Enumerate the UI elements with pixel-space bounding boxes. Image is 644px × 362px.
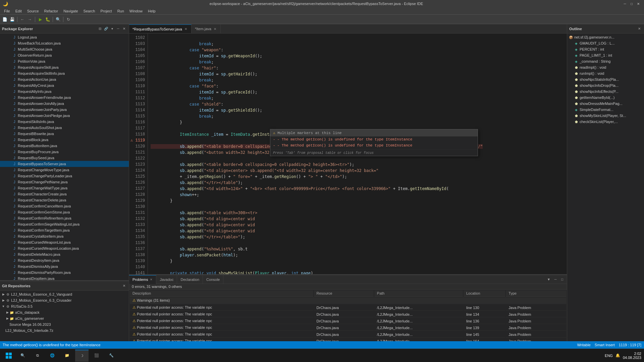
app5-button[interactable]: 🔧 (105, 350, 118, 362)
tree-item-dismissparty[interactable]: J RequestDismissPartyRoom.java (0, 269, 129, 276)
outline-item-shownpcstats[interactable]: ⬟ showNpcStatsInfo(Pla... (567, 76, 644, 82)
outline-item-runimpl[interactable]: ⬟ runImpl() : void (567, 70, 644, 76)
git-item-datapack[interactable]: ▶ 📁 aCis_datapack (0, 309, 129, 315)
code-editor[interactable]: 1102 1103 1104 1105 1106 1107 1108 1109 … (129, 34, 567, 274)
tree-item-refineritem[interactable]: J RequestConfirmRefinerItem.java (0, 215, 129, 221)
tree-item-multisell[interactable]: J MultiSellChoose.java (0, 46, 129, 52)
git-item-l2j-archive[interactable]: L2J_Mobius_C6_Interlude.7z (0, 327, 129, 334)
outline-item-readimpl[interactable]: ⬟ readImpl() : void (567, 64, 644, 70)
maximize-bottom-button[interactable]: □ (559, 277, 565, 282)
problem-row-4[interactable]: ⚠ Potential null pointer access: The var… (130, 325, 566, 331)
chrome-button[interactable]: 🌐 (46, 350, 59, 362)
menu-project[interactable]: Project (98, 8, 114, 14)
tree-item-targetitem[interactable]: J RequestConfirmTargetItem.java (0, 227, 129, 233)
eclipse-button[interactable]: ☽ (75, 350, 89, 362)
explorer-button[interactable]: 📁 (60, 350, 74, 362)
tree-item-actionuse[interactable]: J RequestActionUse.java (0, 76, 129, 82)
tree-item-answerparty[interactable]: J RequestAnswerJoinParty.java (0, 107, 129, 113)
menu-help[interactable]: Help (145, 8, 158, 14)
tree-item-answerpledge[interactable]: J RequestAnswerJoinPledge.java (0, 113, 129, 119)
tree-item-deletemacro[interactable]: J RequestDeleteMacro.java (0, 251, 129, 257)
git-item-mobius62[interactable]: ▶ ⚙ L2J_Mobius_Essence_6.2_Vanguard (0, 291, 129, 297)
tree-item-logout[interactable]: J Logout.java (0, 34, 129, 40)
new-button[interactable]: 📄 (1, 16, 8, 23)
tree-item-changemove[interactable]: J RequestChangeMoveType.java (0, 167, 129, 173)
close-panel-button[interactable]: ✕ (121, 26, 127, 32)
tree-item-charcreate[interactable]: J RequestCharacterCreate.java (0, 191, 129, 197)
forward-button[interactable]: → (26, 16, 33, 23)
menu-refactor[interactable]: Refactor (42, 8, 61, 14)
tree-item-answerally[interactable]: J RequestAnswerJoinAlly.java (0, 101, 129, 107)
outline-item-percent[interactable]: ◈ PERCENT : int (567, 46, 644, 52)
filter-button[interactable]: ▼ (546, 277, 551, 282)
col-path[interactable]: Path (374, 290, 463, 297)
autocomplete-popup[interactable]: ⚠ Multiple markers at this line - - The … (270, 129, 478, 156)
search-toolbar-button[interactable]: 🔍 (55, 16, 61, 23)
problem-row-2[interactable]: ⚠ Potential null pointer access: The var… (130, 311, 566, 317)
tree-item-destroyitem[interactable]: J RequestDestroyItem.java (0, 257, 129, 263)
tree-item-buyprocure[interactable]: J RequestBuyProcure.java (0, 149, 129, 155)
problem-row-3[interactable]: ⚠ Potential null pointer access: The var… (130, 318, 566, 324)
link-with-editor-button[interactable]: 🔗 (103, 26, 109, 32)
problem-row-6[interactable]: ⚠ Potential null pointer access: The var… (130, 338, 566, 341)
col-description[interactable]: Description (130, 290, 313, 297)
tree-item-block[interactable]: J RequestBlock.java (0, 137, 129, 143)
git-item-mobius63[interactable]: ▶ ⚙ L2J_Mobius_Essence_6.3_Crusader (0, 297, 129, 303)
view-menu-button[interactable]: ▾ (109, 26, 115, 32)
tree-item-allyinfo[interactable]: J RequestAllyInfo.java (0, 88, 129, 95)
problem-row-5[interactable]: ⚠ Potential null pointer access: The var… (130, 331, 566, 338)
minimize-panel-button[interactable]: ─ (115, 26, 121, 32)
tab-javadoc[interactable]: Javadoc (156, 275, 177, 284)
tree-item-partyleader[interactable]: J RequestChangePartyLeader.java (0, 173, 129, 179)
menu-search[interactable]: Search (81, 8, 98, 14)
tree-item-buyseed[interactable]: J RequestBuySeed.java (0, 155, 129, 161)
refresh-button[interactable]: ↻ (65, 16, 72, 23)
tree-item-chardelete[interactable]: J RequestCharacterDelete.java (0, 197, 129, 203)
tree-item-siegewaiting[interactable]: J RequestConfirmSiegeWaitingList.java (0, 221, 129, 227)
search-taskbar-button[interactable]: 🔍 (16, 350, 30, 362)
terminal-button[interactable]: ⬛ (90, 350, 103, 362)
outline-item-pagelimit[interactable]: ◈ PAGE_LIMIT_1 : int (567, 52, 644, 58)
tab-declaration[interactable]: Declaration (177, 275, 203, 284)
tree-item-dismissally[interactable]: J RequestDismissAlly.java (0, 263, 129, 269)
collapse-all-button[interactable]: ⊟ (97, 26, 103, 32)
close-button[interactable]: ✕ (635, 1, 641, 7)
menu-file[interactable]: File (1, 8, 13, 14)
minimize-bottom-button[interactable]: ─ (553, 277, 558, 282)
debug-button[interactable]: 🐛 (44, 16, 51, 23)
tree-item-acquireskill[interactable]: J RequestAcquireSkill.java (0, 64, 129, 70)
outline-item-simpledateformat[interactable]: ◈ SimpleDateFormat... (567, 107, 644, 113)
back-button[interactable]: ← (19, 16, 26, 23)
tree-item-buttonitem[interactable]: J RequestButtonItem.java (0, 143, 129, 149)
tree-item-skillsinfo[interactable]: J RequestSkillsInfo.java (0, 119, 129, 125)
tree-item-cursedweaponlist[interactable]: J RequestCursedWeaponList.java (0, 239, 129, 245)
outline-item-checkskinlist[interactable]: ⬟ checkSkinList(Player,... (567, 119, 644, 125)
outline-item-gmaudit[interactable]: ◈ GMAUDIT_LOG : L... (567, 40, 644, 46)
git-item-gameserver[interactable]: ▶ 📁 aCis_gameserver (0, 315, 129, 321)
tree-item-bypass[interactable]: J RequestBypassToServer.java (0, 161, 129, 167)
tab-problems[interactable]: Problems ✕ (129, 275, 156, 284)
tree-item-petname[interactable]: J RequestChangePetName.java (0, 179, 129, 185)
tree-item-crystallize[interactable]: J RequestCrystallizeItem.java (0, 233, 129, 239)
col-resource[interactable]: Resource (314, 290, 374, 297)
problems-tab-close[interactable]: ✕ (150, 278, 153, 281)
tab-bypass-close[interactable]: ✕ (184, 27, 188, 31)
tree-item-moveback[interactable]: J MoveBackToLocation.java (0, 40, 129, 46)
outline-close-button[interactable]: ✕ (637, 26, 642, 32)
tree-item-acquireskillinfo[interactable]: J RequestAcquireSkillInfo.java (0, 70, 129, 76)
start-button[interactable] (3, 350, 15, 362)
problem-row-1[interactable]: ⚠ Potential null pointer access: The var… (130, 305, 566, 311)
outline-item-getitemname[interactable]: ⬟ getItemNameById(...) (567, 95, 644, 101)
col-type[interactable]: Type (506, 290, 566, 297)
menu-window[interactable]: Window (127, 8, 145, 14)
minimize-button[interactable]: ─ (622, 1, 628, 7)
save-button[interactable]: 💾 (9, 16, 15, 23)
tree-item-bbswrite[interactable]: J RequestBBswrite.java (0, 131, 129, 137)
outline-item-command[interactable]: ◈ _command : String (567, 58, 644, 64)
outline-item-package[interactable]: 📦 net.sf.l2j.gameserver.n... (567, 34, 644, 40)
outline-item-showmyskinlist[interactable]: ⬟ showMySkinList(Player, St... (567, 113, 644, 119)
menu-navigate[interactable]: Navigate (61, 8, 80, 14)
tree-item-answerfriend[interactable]: J RequestAnswerFriendInvite.java (0, 95, 129, 101)
tree-item-petition[interactable]: J PetitionVote.java (0, 58, 129, 64)
col-location[interactable]: Location (464, 290, 505, 297)
